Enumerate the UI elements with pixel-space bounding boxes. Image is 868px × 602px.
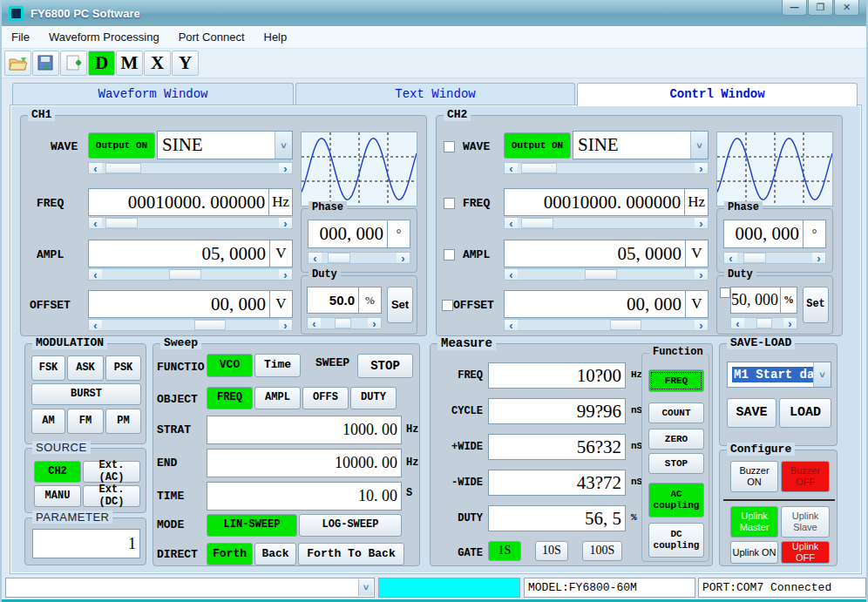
ch1-offset-field[interactable]: 00, 000 V: [88, 290, 293, 318]
scroll-left-icon[interactable]: ‹: [505, 218, 518, 228]
ch2-offset-value[interactable]: 00, 000: [505, 294, 685, 315]
minimize-button[interactable]: —: [782, 0, 807, 16]
ch1-phase-field[interactable]: 000, 000 °: [308, 220, 410, 248]
function-stop-button[interactable]: STOP: [648, 453, 704, 474]
scrollbar-track[interactable]: [102, 163, 279, 173]
ch1-wave-select[interactable]: SINE ˅: [157, 131, 293, 159]
scroll-right-icon[interactable]: ›: [695, 320, 708, 330]
scroll-left-icon[interactable]: ‹: [505, 163, 518, 173]
scroll-left-icon[interactable]: ‹: [89, 320, 102, 330]
tool-m-button[interactable]: M: [116, 51, 143, 76]
ch2-offset-field[interactable]: 00, 000 V: [504, 290, 709, 318]
ch2-freq-value[interactable]: 00010000. 000000: [505, 192, 684, 213]
scroll-right-icon[interactable]: ›: [695, 269, 708, 280]
ch2-duty-scrollbar[interactable]: ‹ ›: [730, 317, 797, 329]
ch1-output-toggle[interactable]: Output ON: [88, 132, 155, 159]
scrollbar-track[interactable]: [518, 320, 695, 330]
ch2-ampl-field[interactable]: 05, 0000 V: [504, 240, 709, 267]
scrollbar-track[interactable]: [102, 218, 279, 228]
sweep-time-field[interactable]: 10. 00: [207, 482, 402, 511]
scroll-left-icon[interactable]: ‹: [308, 318, 321, 328]
ch1-freq-value[interactable]: 00010000. 000000: [89, 192, 268, 213]
scroll-left-icon[interactable]: ‹: [724, 253, 737, 263]
modulation-psk-button[interactable]: PSK: [105, 355, 141, 381]
scrollbar-thumb[interactable]: [328, 253, 350, 263]
scrollbar-thumb[interactable]: [105, 218, 138, 228]
uplink-slave-button[interactable]: Uplink Slave: [781, 506, 830, 538]
ch1-duty-value[interactable]: 50.0: [308, 293, 358, 308]
scroll-right-icon[interactable]: ›: [279, 320, 292, 330]
scrollbar-track[interactable]: [518, 269, 695, 280]
scrollbar-track[interactable]: [744, 318, 783, 328]
ch2-offset-scrollbar[interactable]: ‹ ›: [504, 319, 709, 331]
sweep-direct-back-button[interactable]: Back: [254, 543, 296, 565]
close-button[interactable]: ✕: [834, 0, 859, 16]
scroll-left-icon[interactable]: ‹: [89, 163, 102, 173]
scroll-right-icon[interactable]: ›: [279, 218, 292, 228]
title-bar[interactable]: FY6800 PC Software — ❐ ✕: [2, 0, 866, 26]
chevron-down-icon[interactable]: ˅: [358, 579, 373, 596]
ch2-freq-field[interactable]: 00010000. 000000 Hz: [504, 188, 709, 216]
source-ch2-button[interactable]: CH2: [34, 461, 81, 483]
parameter-field[interactable]: 1: [32, 529, 140, 558]
add-waveform-button[interactable]: [60, 51, 87, 76]
chevron-down-icon[interactable]: ˅: [275, 132, 292, 159]
scroll-right-icon[interactable]: ›: [279, 269, 292, 280]
scrollbar-thumb[interactable]: [743, 253, 766, 263]
source-manu-button[interactable]: MANU: [34, 485, 81, 507]
ch1-phase-value[interactable]: 000, 000: [309, 223, 387, 245]
tool-x-button[interactable]: X: [144, 51, 171, 76]
scroll-right-icon[interactable]: ›: [695, 163, 708, 173]
menu-waveform-processing[interactable]: Waveform Processing: [39, 27, 169, 47]
save-file-button[interactable]: [32, 51, 59, 76]
scroll-right-icon[interactable]: ›: [279, 163, 292, 173]
sweep-log-sweep-button[interactable]: LOG-SWEEP: [299, 514, 402, 537]
scroll-right-icon[interactable]: ›: [695, 218, 708, 228]
scroll-left-icon[interactable]: ‹: [89, 218, 102, 228]
scroll-right-icon[interactable]: ›: [783, 318, 797, 328]
ch1-ampl-scrollbar[interactable]: ‹ ›: [88, 268, 293, 281]
scrollbar-thumb[interactable]: [756, 318, 772, 328]
function-count-button[interactable]: COUNT: [648, 402, 704, 423]
sweep-object-offs-button[interactable]: OFFS: [302, 387, 349, 409]
sweep-lin-sweep-button[interactable]: LIN-SWEEP: [207, 514, 297, 537]
scrollbar-track[interactable]: [518, 163, 695, 173]
buzzer-off-button[interactable]: Buzzer OFF: [781, 461, 830, 492]
sweep-vco-button[interactable]: VCO: [207, 354, 253, 377]
ch1-offset-value[interactable]: 00, 000: [89, 294, 269, 315]
ch2-freq-checkbox[interactable]: [444, 198, 455, 209]
gate-1s-button[interactable]: 1S: [488, 541, 521, 561]
sweep-end-value[interactable]: 10000. 00: [207, 454, 401, 472]
sweep-object-duty-button[interactable]: DUTY: [350, 387, 397, 409]
scrollbar-thumb[interactable]: [105, 163, 141, 173]
ch2-ampl-value[interactable]: 05, 0000: [505, 243, 685, 265]
scroll-left-icon[interactable]: ‹: [505, 320, 518, 330]
ch1-ampl-value[interactable]: 05, 0000: [89, 243, 269, 265]
sweep-end-field[interactable]: 10000. 00: [207, 449, 402, 477]
ch1-duty-scrollbar[interactable]: ‹ ›: [307, 317, 382, 329]
ch1-duty-set-button[interactable]: Set: [387, 287, 413, 323]
save-button[interactable]: SAVE: [727, 398, 776, 428]
scrollbar-track[interactable]: [102, 320, 279, 330]
maximize-button[interactable]: ❐: [808, 0, 833, 16]
chevron-down-icon[interactable]: ˅: [690, 132, 708, 159]
ch1-freq-field[interactable]: 00010000. 000000 Hz: [88, 188, 293, 216]
ch1-offset-scrollbar[interactable]: ‹ ›: [88, 319, 293, 331]
uplink-on-button[interactable]: Uplink ON: [730, 541, 778, 564]
scrollbar-thumb[interactable]: [521, 218, 553, 228]
ch2-wave-select[interactable]: SINE ˅: [573, 131, 709, 159]
ch2-duty-set-button[interactable]: Set: [803, 287, 829, 323]
modulation-am-button[interactable]: AM: [31, 409, 65, 434]
scrollbar-track[interactable]: [737, 253, 812, 263]
scrollbar-thumb[interactable]: [335, 318, 351, 328]
ch2-duty-value[interactable]: 50, 000: [731, 291, 780, 309]
scroll-right-icon[interactable]: ›: [397, 253, 410, 263]
ch2-phase-value[interactable]: 000, 000: [724, 223, 803, 245]
ch1-phase-scrollbar[interactable]: ‹ ›: [308, 252, 410, 264]
scroll-left-icon[interactable]: ‹: [505, 269, 518, 280]
ch2-duty-checkbox[interactable]: [720, 287, 730, 298]
ch2-offset-checkbox[interactable]: [442, 300, 453, 311]
scroll-left-icon[interactable]: ‹: [309, 253, 322, 263]
parameter-value[interactable]: 1: [33, 535, 139, 553]
ch2-wave-checkbox[interactable]: [444, 141, 455, 152]
